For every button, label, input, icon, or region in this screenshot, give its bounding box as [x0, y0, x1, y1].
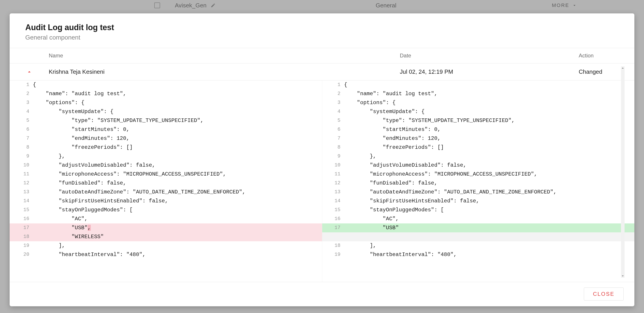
code-text: "adjustVolumeDisabled": false, — [33, 161, 322, 170]
code-text: "startMinutes": 0, — [33, 125, 322, 134]
code-line: 7 "endMinutes": 120, — [322, 134, 634, 143]
modal-title: Audit Log audit log test — [25, 23, 623, 32]
code-line: 15 "stayOnPluggedModes": [ — [10, 206, 322, 215]
code-text: { — [33, 80, 322, 89]
row-checkbox[interactable] — [154, 2, 160, 8]
modal-footer: CLOSE — [10, 282, 634, 306]
line-number: 1 — [322, 80, 344, 89]
diff-pane-after[interactable]: 1{2 "name": "audit log test",3 "options"… — [322, 80, 634, 282]
audit-entry-row[interactable]: Krishna Teja Kesineni Jul 02, 24, 12:19 … — [10, 63, 634, 80]
code-line: 14 "skipFirstUseHintsEnabled": false, — [10, 197, 322, 206]
code-text: "WIRELESS" — [33, 232, 322, 241]
code-line: 1{ — [322, 80, 634, 89]
background-list-row: Avisek_Gen General MORE — [0, 0, 644, 11]
line-number: 5 — [322, 116, 344, 125]
code-text: "type": "SYSTEM_UPDATE_TYPE_UNSPECIFIED"… — [33, 116, 322, 125]
code-line: 12 "funDisabled": false, — [322, 179, 634, 188]
code-text: ], — [33, 241, 322, 250]
chevron-up-icon — [26, 69, 32, 75]
entry-action: Changed — [579, 68, 634, 75]
line-number: 18 — [322, 241, 344, 250]
line-number: 9 — [322, 152, 344, 161]
code-text: "funDisabled": false, — [33, 179, 322, 188]
line-number: 16 — [11, 215, 33, 223]
line-number: 4 — [322, 107, 344, 116]
code-line: 4 "systemUpdate": { — [10, 107, 322, 116]
code-line: 7 "endMinutes": 120, — [10, 134, 322, 143]
code-line: 16 "AC", — [322, 215, 634, 223]
code-line: 10 "adjustVolumeDisabled": false, — [10, 161, 322, 170]
code-text: }, — [33, 152, 322, 161]
line-number: 14 — [322, 197, 344, 206]
line-number: 10 — [11, 161, 33, 170]
col-header-date: Date — [400, 52, 579, 59]
code-text: "USB", — [33, 223, 322, 232]
code-line: 12 "funDisabled": false, — [10, 179, 322, 188]
collapse-toggle[interactable] — [10, 69, 49, 75]
line-number: 12 — [11, 179, 33, 188]
code-line: 8 "freezePeriods": [] — [322, 143, 634, 152]
code-text: "microphoneAccess": "MICROPHONE_ACCESS_U… — [344, 170, 634, 179]
line-number: 11 — [322, 170, 344, 179]
code-text: "microphoneAccess": "MICROPHONE_ACCESS_U… — [33, 170, 322, 179]
vertical-scrollbar[interactable] — [621, 66, 624, 278]
scroll-up-icon[interactable] — [621, 66, 624, 70]
more-label: MORE — [552, 2, 569, 8]
code-line: 13 "autoDateAndTimeZone": "AUTO_DATE_AND… — [322, 188, 634, 197]
code-line: 2 "name": "audit log test", — [322, 89, 634, 98]
code-text: "freezePeriods": [] — [33, 143, 322, 152]
audit-table-header: Name Date Action — [10, 48, 634, 63]
line-number: 19 — [322, 250, 344, 259]
line-number: 16 — [322, 215, 344, 223]
row-item-name[interactable]: Avisek_Gen — [175, 2, 206, 9]
diff-pane-before[interactable]: 1{2 "name": "audit log test",3 "options"… — [10, 80, 322, 282]
line-number: 8 — [11, 143, 33, 152]
code-text: "stayOnPluggedModes": [ — [344, 206, 634, 215]
code-line: 6 "startMinutes": 0, — [10, 125, 322, 134]
edit-icon[interactable] — [211, 3, 216, 8]
code-line: 2 "name": "audit log test", — [10, 89, 322, 98]
line-number: 2 — [11, 89, 33, 98]
line-number: 3 — [11, 98, 33, 107]
code-line: 16 "AC", — [10, 215, 322, 223]
audit-log-modal: Audit Log audit log test General compone… — [10, 13, 634, 306]
line-number: 11 — [11, 170, 33, 179]
code-line: 13 "autoDateAndTimeZone": "AUTO_DATE_AND… — [10, 188, 322, 197]
code-text: "options": { — [344, 98, 634, 107]
line-number: 17 — [322, 223, 344, 232]
code-text: "heartbeatInterval": "480", — [33, 250, 322, 259]
line-number: 19 — [11, 241, 33, 250]
line-number: 1 — [11, 80, 33, 89]
code-line: 5 "type": "SYSTEM_UPDATE_TYPE_UNSPECIFIE… — [322, 116, 634, 125]
line-number: 5 — [11, 116, 33, 125]
code-line: 8 "freezePeriods": [] — [10, 143, 322, 152]
code-line: 11 "microphoneAccess": "MICROPHONE_ACCES… — [322, 170, 634, 179]
chevron-down-icon — [572, 3, 577, 8]
diff-viewer[interactable]: 1{2 "name": "audit log test",3 "options"… — [10, 80, 634, 282]
col-header-name: Name — [49, 52, 400, 59]
line-number: 15 — [322, 206, 344, 215]
code-line: 5 "type": "SYSTEM_UPDATE_TYPE_UNSPECIFIE… — [10, 116, 322, 125]
line-number: 6 — [11, 125, 33, 134]
code-line: 9 }, — [10, 152, 322, 161]
col-header-action: Action — [579, 52, 634, 59]
code-line: 19 ], — [10, 241, 322, 250]
more-menu[interactable]: MORE — [552, 2, 577, 8]
line-number: 4 — [11, 107, 33, 116]
code-text: ], — [344, 241, 634, 250]
code-text: "name": "audit log test", — [344, 89, 634, 98]
code-text: "skipFirstUseHintsEnabled": false, — [344, 197, 634, 206]
line-number: 18 — [11, 232, 33, 241]
code-line: 10 "adjustVolumeDisabled": false, — [322, 161, 634, 170]
code-text: "autoDateAndTimeZone": "AUTO_DATE_AND_TI… — [344, 188, 634, 197]
line-number: 6 — [322, 125, 344, 134]
line-number: 2 — [322, 89, 344, 98]
code-text: "AC", — [344, 215, 634, 223]
line-number: 10 — [322, 161, 344, 170]
scroll-down-icon[interactable] — [621, 274, 624, 278]
code-text: "endMinutes": 120, — [33, 134, 322, 143]
code-text: "systemUpdate": { — [33, 107, 322, 116]
modal-subtitle: General component — [25, 34, 623, 41]
code-text: "skipFirstUseHintsEnabled": false, — [33, 197, 322, 206]
close-button[interactable]: CLOSE — [584, 288, 624, 301]
